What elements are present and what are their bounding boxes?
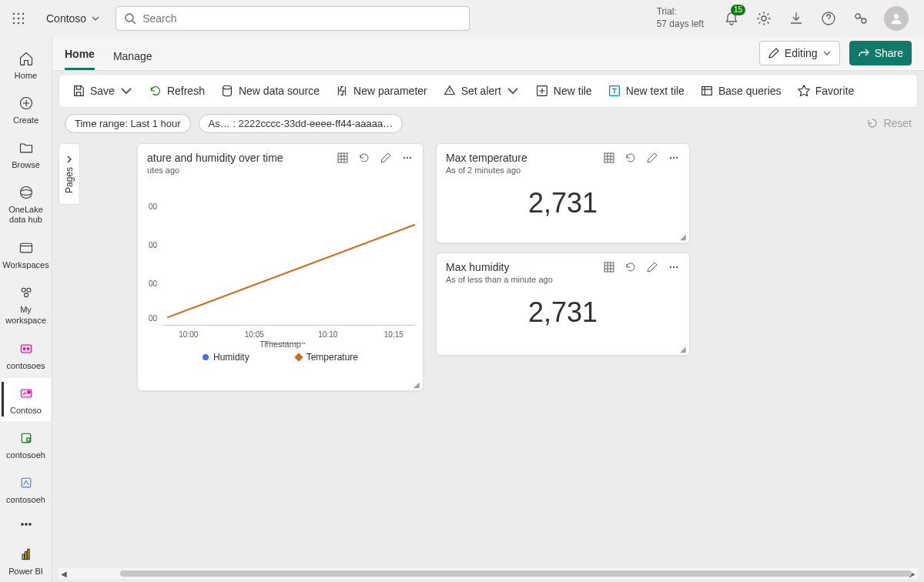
svg-point-19 [26, 289, 30, 293]
filter-row: Time range: Last 1 hour As… : 2222cccc-3… [52, 108, 924, 139]
tile-max-temperature[interactable]: Max temperature As of 2 minutes ago 2,73… [436, 143, 690, 243]
svg-point-29 [21, 523, 23, 526]
svg-text:10:05: 10:05 [245, 330, 265, 339]
svg-point-18 [22, 289, 25, 293]
settings-button[interactable] [755, 9, 773, 28]
rail-workspaces[interactable]: Workspaces [2, 232, 51, 276]
rail-contoso[interactable]: Contoso [2, 378, 51, 421]
download-button[interactable] [787, 9, 805, 28]
svg-point-54 [670, 157, 671, 159]
svg-point-1 [18, 13, 20, 15]
resize-handle-icon[interactable]: ◢ [680, 232, 686, 241]
main-area: Home Manage Editing Share Save Refresh N… [52, 37, 924, 582]
editing-dropdown[interactable]: Editing [759, 41, 840, 65]
asset-chip[interactable]: As… : 2222cccc-33dd-eeee-ff44-aaaaa… [199, 114, 403, 133]
rail-contosoes[interactable]: contosoes [2, 333, 51, 376]
share-button[interactable]: Share [849, 41, 912, 65]
rail-powerbi[interactable]: Power BI [2, 539, 51, 582]
svg-rect-21 [21, 345, 31, 353]
rail-more[interactable] [2, 512, 51, 537]
new-text-tile-button[interactable]: New text tile [601, 79, 691, 102]
pages-panel-toggle[interactable]: Pages [59, 143, 80, 205]
tile-refresh-icon[interactable] [624, 261, 637, 276]
rail-create[interactable]: Create [2, 88, 51, 131]
svg-rect-33 [25, 552, 27, 560]
rail-myworkspace[interactable]: My workspace [2, 277, 51, 331]
rail-contosoeh2[interactable]: contosoeh [2, 467, 51, 510]
svg-text:10:15: 10:15 [384, 330, 404, 339]
help-button[interactable] [819, 9, 838, 28]
tile-more-icon[interactable] [668, 261, 680, 276]
tile-edit-icon[interactable] [646, 152, 658, 167]
new-datasource-button[interactable]: New data source [214, 79, 326, 102]
svg-rect-34 [27, 549, 29, 559]
tile-subtitle: As of less than a minute ago [446, 275, 603, 284]
svg-point-7 [18, 22, 20, 25]
user-avatar[interactable] [884, 6, 909, 31]
svg-point-58 [670, 266, 671, 268]
metric-value: 2,731 [437, 296, 689, 329]
new-tile-button[interactable]: New tile [529, 79, 598, 102]
svg-point-5 [22, 18, 25, 20]
save-icon [72, 84, 85, 98]
svg-point-14 [894, 14, 899, 18]
rail-contosoeh1[interactable]: contosoeh [2, 423, 51, 466]
rail-onelake[interactable]: OneLake data hub [2, 177, 51, 231]
tab-manage[interactable]: Manage [113, 42, 152, 70]
tile-time-series[interactable]: ature and humidity over time utes ago 00… [137, 143, 424, 391]
base-queries-button[interactable]: Base queries [694, 79, 788, 102]
tile-title: Max temperature [446, 152, 603, 164]
rail-home[interactable]: Home [2, 43, 51, 86]
tile-refresh-icon[interactable] [358, 152, 370, 167]
tile-edit-icon[interactable] [380, 152, 392, 167]
tile-edit-icon[interactable] [646, 261, 658, 276]
tile-explore-icon[interactable] [603, 152, 615, 167]
tile-max-humidity[interactable]: Max humidity As of less than a minute ag… [436, 253, 690, 356]
tile-explore-icon[interactable] [336, 152, 349, 167]
svg-rect-17 [20, 244, 32, 253]
metric-value: 2,731 [437, 187, 689, 219]
svg-point-22 [23, 348, 25, 350]
refresh-button[interactable]: Refresh [142, 79, 211, 102]
tile-explore-icon[interactable] [603, 261, 615, 276]
tab-home[interactable]: Home [65, 40, 95, 70]
favorite-button[interactable]: Favorite [791, 79, 861, 102]
svg-rect-57 [604, 263, 614, 272]
line-chart: 00 00 00 00 10:00 10:05 10:10 10:15 Time… [138, 175, 423, 344]
scroll-left-icon[interactable]: ◀ [59, 570, 69, 578]
plus-circle-icon [18, 95, 34, 111]
tile-subtitle: As of 2 minutes ago [446, 166, 603, 175]
trial-status: Trial: 57 days left [657, 6, 704, 30]
search-box[interactable] [116, 6, 470, 31]
resize-handle-icon[interactable]: ◢ [680, 345, 686, 353]
share-icon [858, 47, 870, 59]
horizontal-scrollbar[interactable]: ◀ ▶ [59, 568, 918, 579]
search-input[interactable] [142, 12, 461, 25]
tile-refresh-icon[interactable] [624, 152, 637, 167]
tile-title: Max humidity [446, 261, 603, 273]
feedback-button[interactable] [852, 9, 870, 28]
set-alert-button[interactable]: Set alert [437, 79, 526, 102]
workspace-dropdown[interactable]: Contoso [40, 9, 106, 28]
save-button[interactable]: Save [65, 79, 139, 102]
svg-point-56 [676, 157, 678, 159]
rail-browse[interactable]: Browse [2, 132, 51, 176]
tile-more-icon[interactable] [668, 152, 680, 167]
pencil-icon [768, 47, 780, 59]
workspace-name: Contoso [46, 12, 86, 25]
tile-more-icon[interactable] [401, 152, 413, 167]
scroll-thumb[interactable] [120, 570, 912, 577]
new-parameter-button[interactable]: New parameter [329, 79, 434, 102]
notifications-button[interactable]: 15 [722, 9, 741, 28]
tile-title: ature and humidity over time [147, 152, 336, 164]
help-icon [821, 11, 836, 26]
svg-point-2 [22, 13, 25, 15]
resize-handle-icon[interactable]: ◢ [413, 380, 420, 389]
svg-point-59 [673, 266, 675, 268]
feedback-icon [853, 11, 869, 26]
time-range-chip[interactable]: Time range: Last 1 hour [65, 114, 191, 133]
app-launcher-icon[interactable] [6, 6, 31, 31]
queries-icon [700, 84, 714, 98]
svg-rect-38 [702, 87, 712, 95]
reset-button[interactable]: Reset [866, 117, 912, 129]
